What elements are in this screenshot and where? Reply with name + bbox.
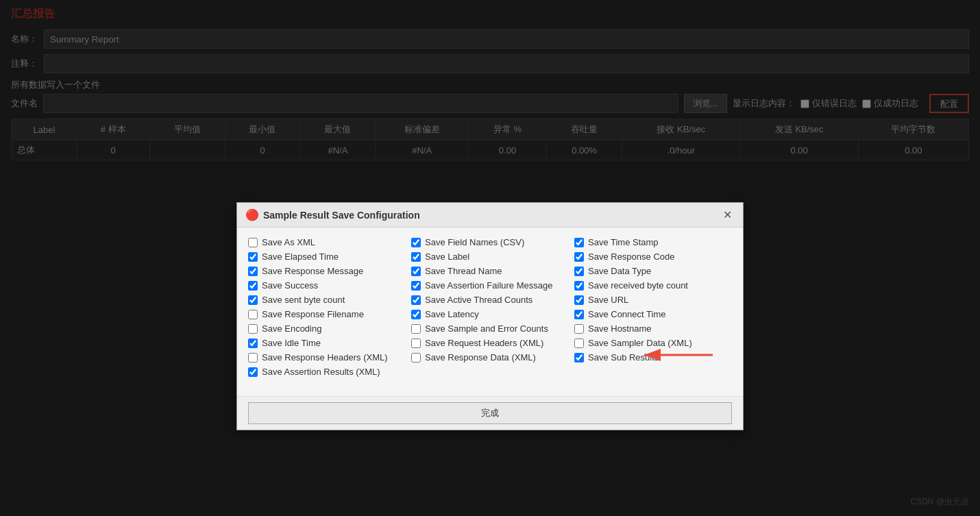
checkbox-save-data-type-label: Save Data Type <box>588 266 651 276</box>
checkbox-save-idle-time-input[interactable] <box>248 339 258 348</box>
checkbox-save-response-headers-input[interactable] <box>248 353 258 363</box>
checkbox-save-timestamp-input[interactable] <box>574 238 584 247</box>
checkbox-save-received-byte-label: Save received byte count <box>588 280 688 291</box>
checkbox-save-encoding-input[interactable] <box>248 324 258 334</box>
checkbox-save-assertion-results[interactable]: Save Assertion Results (XML) <box>248 367 406 377</box>
checkbox-save-field-names[interactable]: Save Field Names (CSV) <box>411 237 569 247</box>
checkbox-save-elapsed-label: Save Elapsed Time <box>262 251 339 262</box>
checkbox-save-sent-byte-input[interactable] <box>248 295 258 305</box>
checkbox-save-elapsed-input[interactable] <box>248 252 258 262</box>
checkbox-save-assertion-failure-label: Save Assertion Failure Message <box>425 280 552 291</box>
checkbox-save-connect-time[interactable]: Save Connect Time <box>574 309 732 319</box>
checkbox-save-active-thread-input[interactable] <box>411 295 421 305</box>
checkbox-save-response-filename-input[interactable] <box>248 310 258 319</box>
checkbox-save-response-data-label: Save Response Data (XML) <box>425 352 536 363</box>
checkbox-save-sampler-data-input[interactable] <box>574 339 584 348</box>
checkbox-save-latency-input[interactable] <box>411 310 421 319</box>
modal-header: 🔴 Sample Result Save Configuration ✕ <box>237 203 743 228</box>
checkbox-save-success-input[interactable] <box>248 281 258 291</box>
checkbox-save-response-data-input[interactable] <box>411 353 421 363</box>
checkbox-save-url-label: Save URL <box>588 295 628 305</box>
modal-title: 🔴 Sample Result Save Configuration <box>245 208 420 221</box>
checkbox-save-xml-input[interactable] <box>248 238 258 247</box>
checkbox-save-request-headers[interactable]: Save Request Headers (XML) <box>411 338 569 348</box>
modal-footer: 完成 <box>237 396 743 430</box>
modal-dialog: 🔴 Sample Result Save Configuration ✕ Sav… <box>236 202 744 430</box>
checkbox-save-xml-label: Save As XML <box>262 237 315 247</box>
modal-title-text: Sample Result Save Configuration <box>263 210 420 221</box>
checkbox-save-timestamp-label: Save Time Stamp <box>588 237 659 247</box>
checkbox-save-response-code-input[interactable] <box>574 252 584 262</box>
checkbox-save-connect-time-label: Save Connect Time <box>588 309 665 319</box>
checkbox-save-response-filename[interactable]: Save Response Filename <box>248 309 406 319</box>
checkbox-save-thread-name-label: Save Thread Name <box>425 266 502 276</box>
checkbox-save-field-names-label: Save Field Names (CSV) <box>425 237 524 247</box>
checkbox-save-response-msg-input[interactable] <box>248 267 258 276</box>
checkbox-save-received-byte[interactable]: Save received byte count <box>574 280 732 291</box>
checkbox-save-hostname-label: Save Hostname <box>588 323 652 334</box>
checkbox-save-xml[interactable]: Save As XML <box>248 237 406 247</box>
checkbox-save-sent-byte-label: Save sent byte count <box>262 295 345 305</box>
checkbox-save-assertion-failure-input[interactable] <box>411 281 421 291</box>
checkbox-save-request-headers-input[interactable] <box>411 339 421 348</box>
checkbox-save-response-filename-label: Save Response Filename <box>262 309 364 319</box>
checkbox-save-encoding-label: Save Encoding <box>262 323 321 334</box>
checkbox-save-url[interactable]: Save URL <box>574 295 732 305</box>
checkbox-save-label-label: Save Label <box>425 251 469 262</box>
modal-body: Save As XML Save Field Names (CSV) Save … <box>237 228 743 396</box>
checkbox-save-thread-name-input[interactable] <box>411 267 421 276</box>
checkbox-save-encoding[interactable]: Save Encoding <box>248 323 406 334</box>
checkbox-save-response-msg[interactable]: Save Response Message <box>248 266 406 276</box>
checkbox-save-data-type-input[interactable] <box>574 267 584 276</box>
checkbox-save-elapsed[interactable]: Save Elapsed Time <box>248 251 406 262</box>
checkbox-save-request-headers-label: Save Request Headers (XML) <box>425 338 543 348</box>
checkbox-save-latency[interactable]: Save Latency <box>411 309 569 319</box>
checkbox-save-label[interactable]: Save Label <box>411 251 569 262</box>
done-button[interactable]: 完成 <box>248 402 732 424</box>
checkbox-save-active-thread-label: Save Active Thread Counts <box>425 295 532 305</box>
checkbox-save-response-headers[interactable]: Save Response Headers (XML) <box>248 352 406 363</box>
checkbox-save-hostname[interactable]: Save Hostname <box>574 323 732 334</box>
checkbox-save-assertion-failure[interactable]: Save Assertion Failure Message <box>411 280 569 291</box>
checkbox-save-response-headers-label: Save Response Headers (XML) <box>262 352 388 363</box>
red-arrow <box>637 341 720 371</box>
checkbox-save-thread-name[interactable]: Save Thread Name <box>411 266 569 276</box>
checkbox-save-idle-time-label: Save Idle Time <box>262 338 321 348</box>
checkbox-save-response-msg-label: Save Response Message <box>262 266 363 276</box>
checkbox-save-assertion-results-label: Save Assertion Results (XML) <box>262 367 380 377</box>
checkbox-save-timestamp[interactable]: Save Time Stamp <box>574 237 732 247</box>
modal-overlay: 🔴 Sample Result Save Configuration ✕ Sav… <box>0 0 980 516</box>
checkbox-save-active-thread[interactable]: Save Active Thread Counts <box>411 295 569 305</box>
checkbox-save-sample-error-label: Save Sample and Error Counts <box>425 323 548 334</box>
checkbox-save-idle-time[interactable]: Save Idle Time <box>248 338 406 348</box>
checkbox-save-sent-byte[interactable]: Save sent byte count <box>248 295 406 305</box>
checkbox-save-url-input[interactable] <box>574 295 584 305</box>
checkbox-save-hostname-input[interactable] <box>574 324 584 334</box>
checkbox-save-field-names-input[interactable] <box>411 238 421 247</box>
checkbox-save-label-input[interactable] <box>411 252 421 262</box>
modal-title-icon: 🔴 <box>245 208 259 221</box>
checkbox-save-sample-error-input[interactable] <box>411 324 421 334</box>
checkbox-save-received-byte-input[interactable] <box>574 281 584 291</box>
checkbox-save-connect-time-input[interactable] <box>574 310 584 319</box>
checkbox-save-sample-error[interactable]: Save Sample and Error Counts <box>411 323 569 334</box>
checkbox-save-success[interactable]: Save Success <box>248 280 406 291</box>
checkbox-save-sub-results-input[interactable] <box>574 353 584 363</box>
modal-close-button[interactable]: ✕ <box>720 210 735 221</box>
checkbox-save-response-data[interactable]: Save Response Data (XML) <box>411 352 569 363</box>
checkbox-save-latency-label: Save Latency <box>425 309 479 319</box>
checkbox-save-data-type[interactable]: Save Data Type <box>574 266 732 276</box>
checkbox-save-assertion-results-input[interactable] <box>248 367 258 377</box>
checkbox-save-success-label: Save Success <box>262 280 318 291</box>
checkbox-save-response-code[interactable]: Save Response Code <box>574 251 732 262</box>
checkbox-save-response-code-label: Save Response Code <box>588 251 674 262</box>
